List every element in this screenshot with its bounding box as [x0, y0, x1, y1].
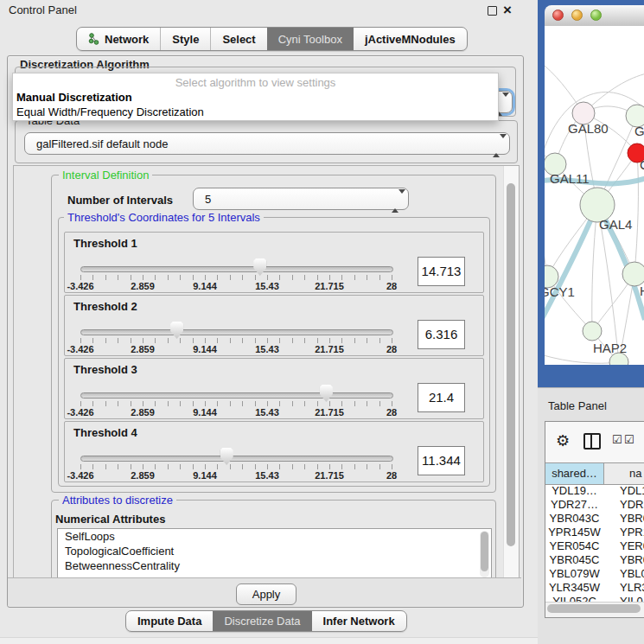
threshold-value-field[interactable]: 14.713: [418, 257, 465, 286]
slider-scale-labels: -3.4262.8599.14415.4321.71528: [80, 470, 392, 481]
close-traffic-light[interactable]: [552, 10, 564, 21]
cell-name[interactable]: YER0: [604, 539, 644, 553]
float-window-icon[interactable]: [488, 6, 497, 16]
cell-name[interactable]: YDR2: [604, 498, 644, 512]
cyni-mode-tabs: Impute DataDiscretize DataInfer Network: [125, 610, 407, 632]
cell-name[interactable]: YBR0: [604, 512, 644, 526]
slider-thumb[interactable]: [170, 322, 183, 339]
attributes-list-scrollbar[interactable]: [480, 531, 489, 577]
interval-definition-legend: Interval Definition: [59, 169, 152, 182]
slider-track[interactable]: [80, 266, 393, 272]
threshold-slider[interactable]: -3.4262.8599.14415.4321.71528: [80, 257, 392, 291]
network-node-hap2[interactable]: [583, 322, 602, 341]
slider-track[interactable]: [80, 456, 393, 462]
threshold-value-field[interactable]: 11.344: [418, 446, 465, 475]
network-node-h[interactable]: [622, 262, 644, 286]
cell-shared-name[interactable]: YLR345W: [545, 581, 603, 595]
cell-shared-name[interactable]: YBL079W: [545, 567, 603, 581]
tab-discretize-data[interactable]: Discretize Data: [213, 611, 311, 631]
threshold-slider[interactable]: -3.4262.8599.14415.4321.71528: [80, 383, 392, 418]
network-window-titlebar[interactable]: [545, 5, 644, 27]
attribute-list-item[interactable]: SelfLoops: [58, 529, 491, 544]
table-header-row: shared… na: [545, 462, 644, 485]
column-header-name[interactable]: na: [604, 463, 644, 484]
node-table: ⚙ ☑ ☑ shared… na YDL19…YDL1YDR27…YDR2YBR…: [545, 421, 644, 618]
slider-track[interactable]: [80, 392, 393, 399]
tab-infer-network[interactable]: Infer Network: [312, 611, 406, 631]
checkbox-icon[interactable]: ☑: [624, 433, 634, 446]
table-data-combobox[interactable]: galFiltered.sif default node: [24, 132, 510, 155]
slider-scale-labels: -3.4262.8599.14415.4321.71528: [80, 281, 392, 291]
cell-name[interactable]: YDL1: [604, 484, 644, 498]
scale-tick-label: 2.859: [131, 281, 155, 291]
attribute-list-item[interactable]: TopologicalCoefficient: [58, 544, 491, 558]
tab-impute-data[interactable]: Impute Data: [126, 611, 213, 631]
apply-button[interactable]: Apply: [236, 583, 296, 605]
column-layout-icon[interactable]: [583, 433, 601, 450]
table-row[interactable]: YLR345WYLR3: [545, 581, 644, 595]
combo-arrows-icon: [392, 194, 399, 209]
threshold-value-field[interactable]: 6.316: [418, 320, 465, 349]
network-canvas[interactable]: GAL80GACGAL11GAL4GCY1HHAP2: [545, 26, 644, 365]
table-row[interactable]: YER054CYER0: [545, 539, 644, 553]
scale-tick-label: 21.715: [315, 281, 344, 291]
network-view-window[interactable]: GAL80GACGAL11GAL4GCY1HHAP2: [538, 0, 644, 387]
table-panel-title: Table Panel: [548, 399, 607, 412]
slider-thumb[interactable]: [220, 448, 233, 465]
network-graph: GAL80GACGAL11GAL4GCY1HHAP2: [545, 26, 644, 365]
scale-tick-label: -3.426: [67, 344, 93, 354]
scale-tick-label: 9.144: [193, 281, 217, 291]
cell-name[interactable]: YBR0: [604, 553, 644, 567]
algorithm-option-manual-discretization[interactable]: Manual Discretization: [16, 91, 132, 104]
num-intervals-combobox[interactable]: 5: [193, 188, 409, 210]
cell-shared-name[interactable]: YDL19…: [545, 484, 603, 498]
scale-tick-label: 15.43: [255, 470, 279, 481]
threshold-value-field[interactable]: 21.4: [418, 383, 465, 412]
tab-label: Cyni Toolbox: [278, 33, 342, 46]
table-row[interactable]: YPR145WYPR1: [545, 526, 644, 539]
slider-thumb[interactable]: [253, 258, 266, 276]
cell-shared-name[interactable]: YER054C: [545, 539, 603, 553]
attributes-group: Attributes to discretize Numerical Attri…: [51, 500, 496, 579]
threshold-slider[interactable]: -3.4262.8599.14415.4321.71528: [80, 320, 392, 354]
minimize-traffic-light[interactable]: [571, 10, 583, 21]
cell-shared-name[interactable]: YPR145W: [545, 526, 603, 539]
threshold-slider[interactable]: -3.4262.8599.14415.4321.71528: [80, 446, 392, 481]
scrollbar-thumb[interactable]: [547, 604, 641, 613]
slider-thumb[interactable]: [320, 385, 333, 402]
cell-shared-name[interactable]: YDR27…: [545, 498, 603, 512]
cyni-toolbox-panel: Discretization Algorithm Select algorith…: [7, 55, 524, 608]
table-row[interactable]: YBR045CYBR0: [545, 553, 644, 567]
tab-style[interactable]: Style: [160, 28, 210, 50]
table-row[interactable]: YBL079WYBL0: [545, 567, 644, 581]
column-header-shared-name[interactable]: shared…: [545, 463, 604, 484]
checkbox-icon[interactable]: ☑: [612, 433, 622, 446]
scale-tick-label: -3.426: [67, 281, 93, 291]
tab-jactivemnodules[interactable]: jActiveMNodules: [354, 28, 467, 50]
tab-select[interactable]: Select: [210, 28, 266, 50]
table-horizontal-scrollbar[interactable]: [545, 602, 644, 618]
cell-name[interactable]: YBL0: [604, 567, 644, 581]
scale-tick-label: 15.43: [255, 281, 279, 291]
tab-network[interactable]: Network: [77, 28, 160, 50]
scrollbar-thumb[interactable]: [507, 183, 515, 546]
attribute-list-item[interactable]: BetweennessCentrality: [58, 558, 491, 573]
thresholds-group: Threshold's Coordinates for 5 Intervals …: [58, 217, 490, 487]
zoom-traffic-light[interactable]: [590, 10, 602, 21]
table-row[interactable]: YDR27…YDR2: [545, 498, 644, 512]
cell-name[interactable]: YPR1: [604, 526, 644, 539]
algorithm-option-equal-width-frequency-discretization[interactable]: Equal Width/Frequency Discretization: [16, 105, 204, 118]
cell-name[interactable]: YLR3: [604, 581, 644, 595]
tab-label: Impute Data: [137, 615, 201, 628]
table-row[interactable]: YBR043CYBR0: [545, 512, 644, 526]
scale-tick-label: 21.715: [315, 407, 344, 418]
table-row[interactable]: YDL19…YDL1: [545, 484, 644, 498]
close-icon[interactable]: ×: [503, 1, 512, 20]
gear-icon[interactable]: ⚙: [556, 430, 570, 451]
settings-vertical-scrollbar[interactable]: [503, 166, 520, 578]
cell-shared-name[interactable]: YBR043C: [545, 512, 603, 526]
table-data-group: Table Data galFiltered.sif default node: [15, 120, 518, 163]
cell-shared-name[interactable]: YBR045C: [545, 553, 603, 567]
slider-track[interactable]: [80, 329, 393, 335]
tab-cyni-toolbox[interactable]: Cyni Toolbox: [267, 28, 354, 50]
